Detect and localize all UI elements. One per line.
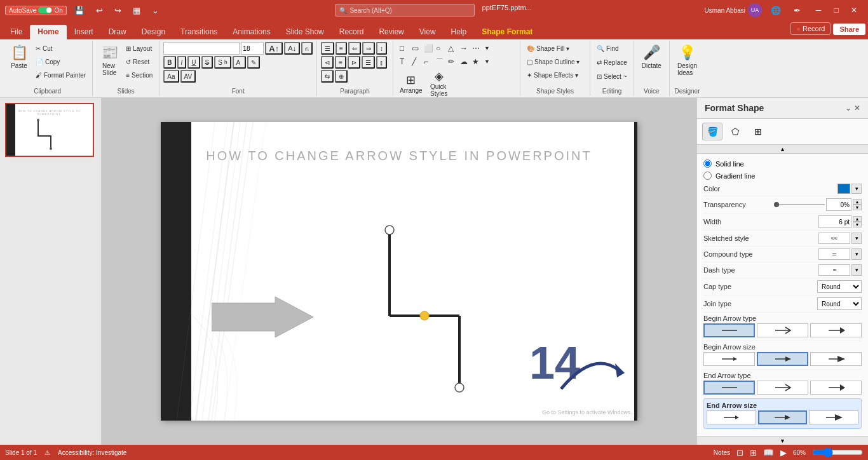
view-normal-btn[interactable]: ⊡: [736, 448, 743, 457]
shape-more[interactable]: ⋯: [470, 42, 481, 55]
end-arrow-size-medium-btn[interactable]: [758, 410, 808, 424]
font-decrease-button[interactable]: A↓: [284, 42, 300, 55]
shape-effects-button[interactable]: ✦ Shape Effects ▾: [524, 69, 581, 81]
begin-arrow-size-small-btn[interactable]: [703, 352, 755, 366]
shape-text[interactable]: T: [397, 55, 409, 68]
feedback-button[interactable]: 🌐: [767, 4, 785, 17]
shape-conn1[interactable]: ╱: [409, 55, 421, 68]
compound-type-icon[interactable]: ═: [818, 248, 850, 260]
solid-line-radio[interactable]: Solid line: [703, 158, 862, 170]
pen-button[interactable]: ✒: [790, 4, 804, 17]
end-arrow-none-btn[interactable]: [703, 381, 755, 395]
transparency-down-btn[interactable]: ▼: [853, 205, 862, 210]
gradient-line-input[interactable]: [703, 172, 712, 180]
tab-slideshow[interactable]: Slide Show: [278, 25, 332, 39]
font-color-button[interactable]: A: [233, 56, 247, 69]
tab-file[interactable]: File: [3, 25, 30, 39]
customize-button[interactable]: ⌄: [148, 4, 163, 17]
shape-rounded[interactable]: ⬜: [421, 42, 433, 55]
search-box[interactable]: 🔍 Search (Alt+Q): [335, 4, 475, 17]
reset-button[interactable]: ↺Reset: [123, 55, 155, 68]
transparency-up-btn[interactable]: ▲: [853, 199, 862, 205]
sketched-style-btn[interactable]: ▾: [851, 233, 862, 244]
find-button[interactable]: 🔍 Find: [594, 42, 621, 55]
smart-art-button[interactable]: ⊕: [335, 70, 348, 83]
close-button[interactable]: ✕: [845, 1, 863, 19]
tab-draw[interactable]: Draw: [101, 25, 134, 39]
quick-styles-button[interactable]: ◈ QuickStyles: [426, 68, 452, 98]
replace-button[interactable]: ⇄ Replace: [594, 56, 630, 69]
shape-rect[interactable]: □: [397, 42, 409, 55]
paste-button[interactable]: 📋 Paste: [6, 42, 32, 72]
shadow-button[interactable]: Sh: [214, 56, 231, 69]
tab-record[interactable]: Record: [332, 25, 372, 39]
select-button[interactable]: ⊡ Select ~: [594, 70, 629, 83]
sketched-style-icon[interactable]: ≈≈: [818, 233, 850, 244]
tab-view[interactable]: View: [412, 25, 444, 39]
change-case-button[interactable]: Aa: [163, 70, 179, 83]
end-arrow-open-btn[interactable]: [757, 381, 808, 395]
panel-scroll-down-btn[interactable]: ▼: [697, 436, 868, 445]
section-button[interactable]: ≡Section: [123, 69, 155, 81]
maximize-button[interactable]: □: [827, 1, 845, 19]
shape-arrow-r[interactable]: →: [458, 42, 469, 55]
text-highlight-button[interactable]: ✎: [247, 56, 260, 69]
shape-cloud[interactable]: ☁: [458, 55, 469, 68]
view-slideshow-btn[interactable]: ▶: [780, 448, 787, 457]
autosave-toggle[interactable]: AutoSave On: [5, 6, 67, 15]
slide-thumbnail[interactable]: HOW TO CHANGE ARROW STYLE IN POWERPOINT: [5, 103, 94, 157]
justify-button[interactable]: ☰: [362, 56, 375, 69]
shape-expand[interactable]: ▼: [482, 42, 493, 55]
begin-arrow-filled-btn[interactable]: [810, 323, 862, 337]
shape-conn2[interactable]: ⌐: [421, 55, 433, 68]
compound-type-btn[interactable]: ▾: [851, 248, 862, 260]
shape-oval[interactable]: ○: [433, 42, 445, 55]
text-direction-button[interactable]: ⇆: [321, 70, 334, 83]
begin-arrow-size-large-btn[interactable]: [810, 352, 862, 366]
underline-button[interactable]: U: [187, 56, 200, 69]
view-reading-btn[interactable]: 📖: [763, 448, 774, 457]
shape-fill-button[interactable]: 🎨 Shape Fill ▾: [524, 42, 572, 55]
panel-scroll-up-btn[interactable]: ▲: [697, 145, 868, 154]
layout-button[interactable]: ⊞Layout: [123, 42, 155, 55]
redo-button[interactable]: ↪: [111, 4, 125, 17]
present-button[interactable]: ▦: [129, 4, 144, 17]
dictate-button[interactable]: 🎤 Dictate: [638, 42, 665, 72]
font-family-input[interactable]: [163, 42, 240, 55]
zoom-slider[interactable]: [812, 447, 863, 457]
gradient-line-radio[interactable]: Gradient line: [703, 170, 862, 182]
view-slide-sorter-btn[interactable]: ⊞: [750, 448, 757, 457]
begin-arrow-none-btn[interactable]: [703, 323, 755, 337]
width-input[interactable]: [818, 215, 851, 228]
shape-curve[interactable]: ⌒: [433, 55, 445, 68]
font-size-input[interactable]: [241, 42, 264, 55]
undo-button[interactable]: ↩: [92, 4, 107, 17]
dash-type-btn[interactable]: ▾: [851, 264, 862, 276]
strikethrough-button[interactable]: S: [201, 56, 214, 69]
font-increase-button[interactable]: A↑: [265, 42, 283, 55]
tab-review[interactable]: Review: [371, 25, 411, 39]
shape-rect2[interactable]: ▭: [409, 42, 421, 55]
tab-home[interactable]: Home: [30, 25, 66, 39]
save-button[interactable]: 💾: [71, 4, 88, 17]
connector-svg[interactable]: [351, 224, 491, 395]
join-type-select[interactable]: Round Bevel Miter: [817, 297, 862, 310]
cap-type-select[interactable]: Round Square Flat: [817, 280, 862, 293]
begin-arrow-size-medium-btn[interactable]: [757, 352, 808, 366]
solid-line-input[interactable]: [703, 159, 712, 168]
tab-animations[interactable]: Animations: [225, 25, 278, 39]
copy-button[interactable]: 📄Copy: [33, 55, 88, 68]
end-arrow-filled-btn[interactable]: [810, 381, 862, 395]
tab-design[interactable]: Design: [134, 25, 173, 39]
design-ideas-button[interactable]: 💡 DesignIdeas: [674, 42, 701, 79]
slide-canvas[interactable]: HOW TO CHANGE ARROW STYLE IN POWERPOINT …: [161, 122, 637, 421]
bold-button[interactable]: B: [163, 56, 175, 69]
tab-insert[interactable]: Insert: [67, 25, 101, 39]
end-arrow-size-small-btn[interactable]: [707, 410, 756, 424]
cut-button[interactable]: ✂Cut: [33, 42, 88, 55]
transparency-input[interactable]: [826, 198, 851, 211]
width-down-btn[interactable]: ▼: [853, 222, 862, 227]
tab-shape-format[interactable]: Shape Format: [474, 25, 540, 39]
panel-tab-size[interactable]: ⊞: [748, 123, 768, 140]
shape-more2[interactable]: ▼: [482, 55, 493, 68]
